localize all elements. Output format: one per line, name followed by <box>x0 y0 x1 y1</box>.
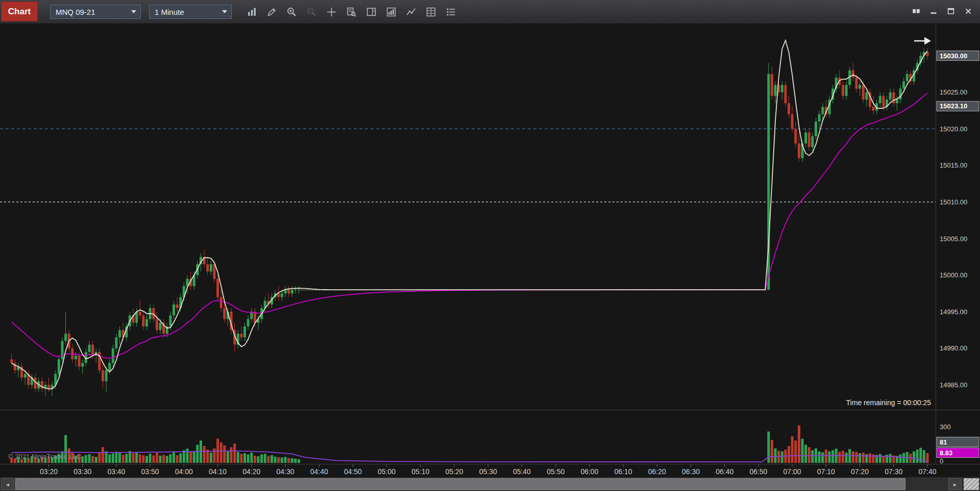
time-remaining-label: Time remaining = 00:00:25 <box>846 399 931 407</box>
svg-text:05:10: 05:10 <box>411 467 429 476</box>
svg-text:06:50: 06:50 <box>749 467 767 476</box>
toolbar: Chart MNQ 09-21 1 Minute <box>0 0 980 24</box>
window-buttons <box>909 5 975 17</box>
svg-text:07:30: 07:30 <box>885 467 902 476</box>
svg-text:04:40: 04:40 <box>310 467 328 476</box>
svg-text:15000.00: 15000.00 <box>940 271 967 279</box>
svg-text:07:20: 07:20 <box>851 467 869 476</box>
svg-text:81: 81 <box>940 438 947 446</box>
svg-text:300: 300 <box>940 423 951 431</box>
toolbar-icon-group <box>244 4 458 19</box>
svg-text:04:10: 04:10 <box>209 467 227 476</box>
svg-text:8.83: 8.83 <box>940 449 952 457</box>
svg-text:07:10: 07:10 <box>817 467 835 476</box>
horizontal-scrollbar[interactable]: ◄ ► <box>0 477 980 491</box>
drawing-tools-icon[interactable] <box>264 4 279 19</box>
svg-text:03:30: 03:30 <box>74 467 91 476</box>
svg-text:06:30: 06:30 <box>682 467 700 476</box>
scroll-left-button[interactable]: ◄ <box>1 478 14 490</box>
zoom-in-icon[interactable] <box>284 4 299 19</box>
close-icon[interactable] <box>961 5 975 17</box>
scroll-right-button[interactable]: ► <box>948 478 962 490</box>
svg-text:15025.00: 15025.00 <box>940 88 967 96</box>
svg-text:15023.10: 15023.10 <box>940 102 967 110</box>
chevron-down-icon <box>131 10 136 13</box>
chart-style-icon[interactable] <box>244 4 259 19</box>
svg-text:04:50: 04:50 <box>344 467 362 476</box>
svg-text:05:40: 05:40 <box>513 467 531 476</box>
svg-text:06:20: 06:20 <box>648 467 666 476</box>
svg-text:14985.00: 14985.00 <box>940 381 967 389</box>
svg-text:04:30: 04:30 <box>276 467 294 476</box>
svg-text:0: 0 <box>940 457 943 465</box>
minimize-icon[interactable] <box>926 5 940 17</box>
strategies-icon[interactable] <box>423 4 438 19</box>
svg-text:03:20: 03:20 <box>40 467 58 476</box>
chart-window: Chart MNQ 09-21 1 Minute 15030.0015025.0… <box>0 0 980 491</box>
svg-text:04:00: 04:00 <box>175 467 193 476</box>
svg-text:14990.00: 14990.00 <box>940 344 967 352</box>
svg-text:05:30: 05:30 <box>479 467 497 476</box>
zoom-out-icon[interactable] <box>304 4 319 19</box>
svg-text:05:50: 05:50 <box>547 467 565 476</box>
windows-icon[interactable] <box>909 5 923 17</box>
instrument-selector-value: MNQ 09-21 <box>56 8 95 16</box>
svg-text:05:20: 05:20 <box>445 467 463 476</box>
svg-text:03:50: 03:50 <box>141 467 159 476</box>
svg-text:15005.00: 15005.00 <box>940 235 967 243</box>
svg-text:15030.00: 15030.00 <box>940 52 967 60</box>
svg-text:14995.00: 14995.00 <box>940 308 967 316</box>
chart-canvas[interactable]: 15030.0015025.0015020.0015015.0015010.00… <box>0 24 980 477</box>
svg-text:06:40: 06:40 <box>716 467 733 476</box>
trend-lines-icon[interactable] <box>403 4 419 19</box>
chart-trader-icon[interactable] <box>363 4 379 19</box>
maximize-icon[interactable] <box>944 5 958 17</box>
svg-text:03:40: 03:40 <box>107 467 125 476</box>
svg-text:06:10: 06:10 <box>615 467 632 476</box>
interval-selector-value: 1 Minute <box>155 8 184 16</box>
scrollbar-thumb[interactable] <box>15 478 905 490</box>
volume-marker: 81 <box>937 437 979 447</box>
svg-text:07:00: 07:00 <box>783 467 801 476</box>
properties-icon[interactable] <box>443 4 458 19</box>
svg-text:05:00: 05:00 <box>378 467 396 476</box>
svg-text:04:20: 04:20 <box>242 467 260 476</box>
svg-text:07:40: 07:40 <box>918 467 936 476</box>
resize-grip[interactable] <box>964 478 979 490</box>
instrument-selector[interactable]: MNQ 09-21 <box>50 5 141 19</box>
interval-selector[interactable]: 1 Minute <box>149 5 232 19</box>
svg-text:15020.00: 15020.00 <box>940 125 967 133</box>
indicators-icon[interactable] <box>383 4 399 19</box>
copyright-label: © 2021 NinjaTrader, LLC <box>8 453 82 460</box>
price-marker: 15023.10 <box>937 101 979 111</box>
svg-text:15010.00: 15010.00 <box>940 198 967 206</box>
chart-tab[interactable]: Chart <box>1 2 38 21</box>
svg-text:15015.00: 15015.00 <box>940 161 967 169</box>
crosshair-icon[interactable] <box>324 4 339 19</box>
svg-text:06:00: 06:00 <box>580 467 598 476</box>
chevron-down-icon <box>222 10 227 13</box>
data-box-icon[interactable] <box>344 4 359 19</box>
price-marker: 15030.00 <box>937 51 979 61</box>
volume-marker: 8.83 <box>937 448 979 458</box>
